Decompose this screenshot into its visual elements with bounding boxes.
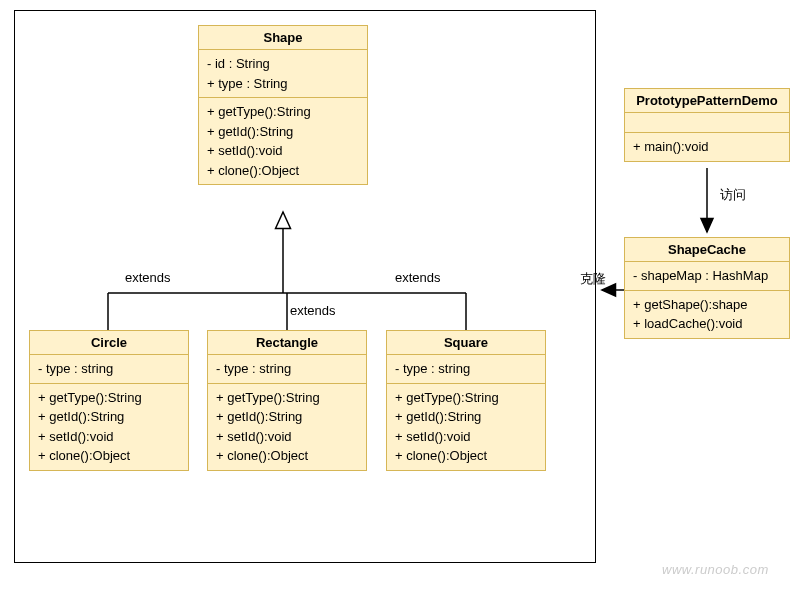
- label-visit: 访问: [720, 186, 746, 204]
- class-circle-methods: + getType():String + getId():String + se…: [30, 384, 188, 470]
- watermark: www.runoob.com: [662, 562, 769, 577]
- label-extends-left: extends: [125, 270, 171, 285]
- class-shape-title: Shape: [199, 26, 367, 50]
- class-shape: Shape - id : String + type : String + ge…: [198, 25, 368, 185]
- class-square-title: Square: [387, 331, 545, 355]
- class-rectangle-attributes: - type : string: [208, 355, 366, 384]
- label-extends-right: extends: [395, 270, 441, 285]
- class-circle-attributes: - type : string: [30, 355, 188, 384]
- class-shape-attributes: - id : String + type : String: [199, 50, 367, 98]
- class-demo-methods: + main():void: [625, 133, 789, 161]
- class-cache-attributes: - shapeMap : HashMap: [625, 262, 789, 291]
- class-square-methods: + getType():String + getId():String + se…: [387, 384, 545, 470]
- label-clone: 克隆: [580, 270, 606, 288]
- class-demo-attributes: [625, 113, 789, 133]
- class-circle: Circle - type : string + getType():Strin…: [29, 330, 189, 471]
- class-square: Square - type : string + getType():Strin…: [386, 330, 546, 471]
- class-cache-methods: + getShape():shape + loadCache():void: [625, 291, 789, 338]
- class-rectangle: Rectangle - type : string + getType():St…: [207, 330, 367, 471]
- class-cache: ShapeCache - shapeMap : HashMap + getSha…: [624, 237, 790, 339]
- label-extends-middle: extends: [290, 303, 336, 318]
- class-cache-title: ShapeCache: [625, 238, 789, 262]
- class-square-attributes: - type : string: [387, 355, 545, 384]
- class-demo: PrototypePatternDemo + main():void: [624, 88, 790, 162]
- class-demo-title: PrototypePatternDemo: [625, 89, 789, 113]
- class-rectangle-title: Rectangle: [208, 331, 366, 355]
- class-circle-title: Circle: [30, 331, 188, 355]
- class-rectangle-methods: + getType():String + getId():String + se…: [208, 384, 366, 470]
- class-shape-methods: + getType():String + getId():String + se…: [199, 98, 367, 184]
